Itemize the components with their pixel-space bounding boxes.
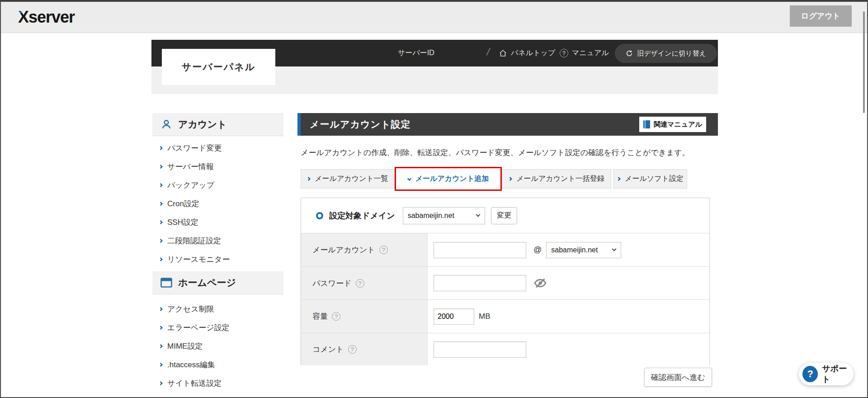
related-manual-label: 関連マニュアル xyxy=(654,120,702,129)
sidebar-item-ssh[interactable]: SSH設定 xyxy=(152,213,283,232)
chevron-right-icon xyxy=(159,307,163,312)
chevron-right-icon xyxy=(159,326,163,330)
sidebar-item-label: バックアップ xyxy=(167,180,214,190)
server-panel-page: Xserver ログアウト サーバーID / パネルトップ マニュアル 旧デザイ… xyxy=(0,0,868,398)
sidebar-item-password-change[interactable]: パスワード変更 xyxy=(152,139,283,157)
vertical-scrollbar-thumb[interactable] xyxy=(863,11,865,113)
page-description: メールアカウントの作成、削除、転送設定、パスワード変更、メールソフト設定の確認を… xyxy=(301,147,690,158)
chevron-right-icon xyxy=(159,183,163,188)
sidebar-item-label: MIME設定 xyxy=(167,341,203,351)
password-input[interactable] xyxy=(434,275,526,291)
mail-account-row: メールアカウント @ sabameijin.net xyxy=(301,233,709,266)
sidebar-item-label: .htaccess編集 xyxy=(167,360,215,370)
sidebar-item-label: サイト転送設定 xyxy=(167,378,222,389)
switch-old-design-label: 旧デザインに切り替え xyxy=(637,49,706,58)
question-circle-icon xyxy=(560,49,568,57)
target-domain-select[interactable]: sabameijin.net xyxy=(403,207,485,224)
sidebar-item-access-restriction[interactable]: アクセス制限 xyxy=(152,300,283,318)
sidebar-item-site-redirect[interactable]: サイト転送設定 xyxy=(152,374,283,393)
comment-label: コメント xyxy=(312,344,344,355)
mail-account-value-cell: @ sabameijin.net xyxy=(428,233,709,266)
quota-row: 容量 MB xyxy=(301,299,709,333)
manual-label: マニュアル xyxy=(572,48,609,58)
chevron-right-icon xyxy=(159,220,163,225)
logo-x: X xyxy=(18,8,28,26)
password-row: パスワード xyxy=(301,266,709,299)
help-icon[interactable] xyxy=(348,345,357,354)
quota-label: 容量 xyxy=(312,311,328,322)
manual-link[interactable]: マニュアル xyxy=(560,40,609,66)
server-panel-brand: サーバーパネル xyxy=(162,49,275,85)
chevron-right-icon xyxy=(159,363,163,367)
tab-mail-account-list[interactable]: メールアカウント一覧 xyxy=(301,169,395,189)
tab-label: メールアカウント一覧 xyxy=(315,174,388,184)
chevron-right-icon xyxy=(159,239,163,243)
sidebar-item-label: サーバー情報 xyxy=(167,161,214,172)
book-icon xyxy=(643,120,650,128)
browser-icon xyxy=(160,278,172,288)
sidebar-account-list: パスワード変更 サーバー情報 バックアップ Cron設定 SSH設定 二段階認証… xyxy=(152,136,283,269)
support-question-icon xyxy=(802,366,818,382)
sidebar-item-error-page[interactable]: エラーページ設定 xyxy=(152,318,283,337)
sidebar-item-access-deny[interactable]: アクセス拒否設定 xyxy=(152,393,283,398)
proceed-to-confirm-button[interactable]: 確認画面へ進む xyxy=(644,368,712,387)
chevron-right-icon xyxy=(159,146,163,151)
sidebar-section-account-title: アカウント xyxy=(178,118,226,131)
tab-mail-account-add[interactable]: メールアカウント追加 xyxy=(397,169,500,189)
sidebar-section-account: アカウント xyxy=(152,113,283,136)
mail-account-input[interactable] xyxy=(434,242,526,258)
sidebar-item-label: パスワード変更 xyxy=(167,143,222,153)
sidebar-item-cron[interactable]: Cron設定 xyxy=(152,194,283,213)
mail-account-add-form: 設定対象ドメイン sabameijin.net 変更 メールアカウント @ sa… xyxy=(301,198,710,365)
quota-input[interactable] xyxy=(434,308,474,325)
comment-input[interactable] xyxy=(434,341,526,358)
help-icon[interactable] xyxy=(379,246,388,254)
quota-label-cell: 容量 xyxy=(301,300,428,333)
eye-off-icon[interactable] xyxy=(533,276,547,290)
tab-mail-account-bulk[interactable]: メールアカウント一括登録 xyxy=(502,169,611,189)
mail-account-label-cell: メールアカウント xyxy=(301,233,428,266)
chevron-right-icon xyxy=(508,177,513,181)
target-domain-label: 設定対象ドメイン xyxy=(329,210,395,221)
sidebar-item-mime[interactable]: MIME設定 xyxy=(152,337,283,355)
mail-account-label: メールアカウント xyxy=(312,245,375,255)
sidebar-item-label: エラーページ設定 xyxy=(167,322,230,333)
tab-label: メールアカウント追加 xyxy=(415,174,489,184)
chevron-right-icon xyxy=(159,202,163,206)
quota-value-cell: MB xyxy=(428,300,709,333)
support-button[interactable]: サポート xyxy=(799,363,854,385)
tab-label: メールアカウント一括登録 xyxy=(516,174,604,184)
sidebar: アカウント パスワード変更 サーバー情報 バックアップ Cron設定 SSH設定… xyxy=(152,113,283,398)
change-domain-button[interactable]: 変更 xyxy=(491,207,517,224)
sidebar-item-resource-monitor[interactable]: リソースモニター xyxy=(152,250,283,269)
select-chevron-icon xyxy=(612,246,617,251)
sidebar-homepage-list: アクセス制限 エラーページ設定 MIME設定 .htaccess編集 サイト転送… xyxy=(152,300,283,398)
sidebar-item-server-info[interactable]: サーバー情報 xyxy=(152,157,283,176)
help-icon[interactable] xyxy=(332,312,340,321)
switch-old-design-button[interactable]: 旧デザインに切り替え xyxy=(615,44,717,63)
sidebar-item-two-factor[interactable]: 二段階認証設定 xyxy=(152,232,283,250)
select-chevron-icon xyxy=(476,212,480,217)
panel-top-link[interactable]: パネルトップ xyxy=(499,40,555,66)
support-label: サポート xyxy=(822,363,854,385)
sidebar-item-label: 二段階認証設定 xyxy=(167,236,221,246)
tab-mail-software[interactable]: メールソフト設定 xyxy=(613,169,687,189)
logout-button[interactable]: ログアウト xyxy=(790,5,852,27)
sidebar-item-label: Cron設定 xyxy=(167,199,199,209)
refresh-icon xyxy=(626,50,633,57)
target-domain-selected: sabameijin.net xyxy=(408,212,454,220)
user-icon xyxy=(160,118,172,130)
related-manual-button[interactable]: 関連マニュアル xyxy=(639,117,706,132)
page-title: メールアカウント設定 xyxy=(310,118,410,131)
comment-label-cell: コメント xyxy=(301,333,428,365)
sidebar-item-htaccess[interactable]: .htaccess編集 xyxy=(152,355,283,374)
xserver-logo: Xserver xyxy=(18,8,75,27)
logo-rest: server xyxy=(28,8,75,26)
account-domain-select[interactable]: sabameijin.net xyxy=(546,242,621,258)
password-value-cell xyxy=(428,267,709,299)
help-icon[interactable] xyxy=(356,279,364,288)
password-label-cell: パスワード xyxy=(301,267,428,299)
sidebar-item-backup[interactable]: バックアップ xyxy=(152,176,283,194)
chevron-down-icon xyxy=(407,177,411,181)
home-icon xyxy=(499,49,507,57)
